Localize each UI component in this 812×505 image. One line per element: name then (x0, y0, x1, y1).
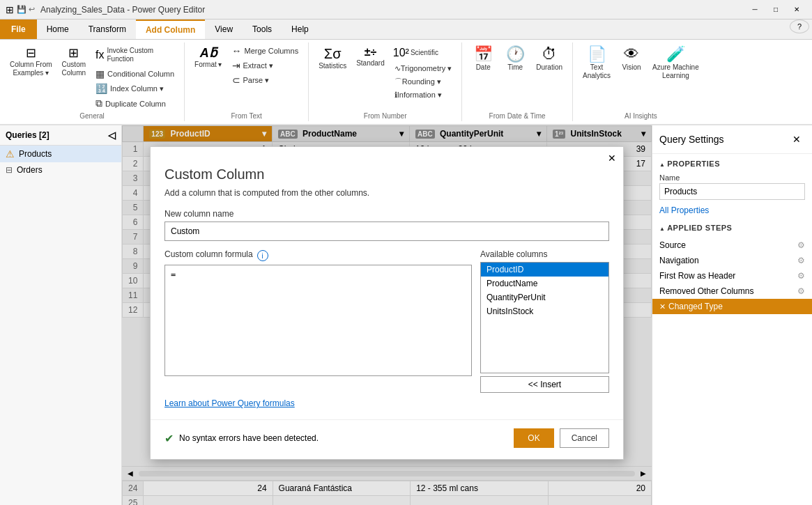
azure-ml-button[interactable]: 🧪 Azure MachineLearning (648, 44, 703, 83)
date-button[interactable]: 📅 Date (468, 44, 498, 75)
general-group-label: General (79, 111, 105, 120)
all-properties-link[interactable]: All Properties (652, 203, 812, 218)
column-from-examples-button[interactable]: ⊟ Column FromExamples ▾ (6, 44, 56, 80)
standard-button[interactable]: ±÷ Standard (352, 44, 389, 70)
ribbon-group-from-date-time: 📅 Date 🕐 Time ⏱ Duration From Date & Tim… (462, 42, 573, 121)
sidebar-header: Queries [2] ◁ (0, 125, 121, 146)
step-first-row-as-header[interactable]: First Row as Header ⚙ (652, 268, 812, 283)
navigation-gear-icon[interactable]: ⚙ (797, 256, 805, 265)
content-area: 123 ProductID ▾ ABC ProductName ▾ ABC Qu… (122, 125, 652, 505)
scientific-button[interactable]: 10² Scientific (390, 44, 456, 62)
merge-icon: ↔ (232, 45, 242, 56)
modal-close-button[interactable]: ✕ (604, 150, 620, 166)
query-settings-header: Query Settings ✕ (652, 125, 812, 154)
text-analytics-button[interactable]: 📄 TextAnalytics (579, 44, 615, 83)
title-bar: ⊞ 💾 ↩ Analyzing_Sales_Data - Power Query… (0, 0, 812, 20)
parse-button[interactable]: ⊂ Parse ▾ (228, 73, 303, 87)
rounding-button[interactable]: ⌒ Rounding ▾ (390, 75, 456, 88)
sidebar-item-orders[interactable]: ⊟ Orders (0, 162, 121, 178)
save-icon: 💾 ↩ (17, 5, 35, 14)
help-button[interactable]: ? (790, 20, 809, 33)
formula-area-left: Custom column formula i = (164, 249, 472, 393)
trig-icon: ∿ (394, 64, 401, 73)
close-button[interactable]: ✕ (787, 3, 806, 17)
custom-column-button[interactable]: ⊞ CustomColumn (58, 44, 90, 80)
properties-section-label: PROPERTIES (652, 154, 812, 173)
changed-type-x-icon[interactable]: ✕ (659, 302, 666, 311)
ai-insights-group-label: AI Insights (625, 111, 657, 120)
source-gear-icon[interactable]: ⚙ (797, 240, 805, 250)
conditional-column-button[interactable]: ▦ Conditional Column (91, 67, 178, 81)
first-row-gear-icon[interactable]: ⚙ (797, 271, 805, 281)
applied-steps-list: Source ⚙ Navigation ⚙ First Row as Heade… (652, 238, 812, 314)
modal-footer: ✔ No syntax errors have been detected. O… (151, 419, 623, 459)
ribbon-group-ai-content: 📄 TextAnalytics 👁 Vision 🧪 Azure Machine… (579, 44, 703, 111)
trigonometry-button[interactable]: ∿ Trigonometry ▾ (390, 63, 456, 75)
step-source[interactable]: Source ⚙ (652, 238, 812, 253)
time-label: Time (507, 63, 523, 72)
date-label: Date (476, 63, 491, 72)
invoke-custom-function-button[interactable]: fx Invoke CustomFunction (91, 44, 178, 66)
step-removed-other-columns[interactable]: Removed Other Columns ⚙ (652, 283, 812, 299)
tab-help[interactable]: Help (282, 20, 319, 39)
modal-header: ✕ (151, 147, 623, 166)
scientific-label: Scientific (411, 49, 438, 57)
time-icon: 🕐 (506, 47, 525, 62)
learn-link[interactable]: Learn about Power Query formulas (164, 398, 609, 408)
syntax-ok-text: No syntax errors have been detected. (179, 433, 319, 443)
query-settings-close[interactable]: ✕ (788, 131, 805, 148)
tab-home[interactable]: Home (37, 20, 79, 39)
minimize-button[interactable]: ─ (745, 3, 765, 17)
title-bar-controls: ─ □ ✕ (745, 3, 806, 17)
vision-button[interactable]: 👁 Vision (616, 44, 647, 75)
tab-file[interactable]: File (0, 20, 37, 39)
main-layout: Queries [2] ◁ ⚠ Products ⊟ Orders 123 Pr… (0, 125, 812, 505)
available-columns-section: Available columns ProductID ProductName … (480, 249, 609, 393)
formula-textarea[interactable]: = (164, 265, 472, 376)
available-col-product-name[interactable]: ProductName (481, 277, 608, 290)
statistics-button[interactable]: Σσ Statistics (314, 44, 351, 73)
index-column-button[interactable]: 🔢 Index Column ▾ (91, 81, 178, 95)
time-button[interactable]: 🕐 Time (500, 44, 530, 75)
custom-col-icon: ⊞ (68, 47, 79, 59)
format-button[interactable]: Aƃ Format ▾ (190, 44, 226, 72)
tab-transform[interactable]: Transform (79, 20, 136, 39)
duplicate-column-button[interactable]: ⧉ Duplicate Column (91, 96, 178, 111)
duration-button[interactable]: ⏱ Duration (532, 44, 567, 75)
parse-icon: ⊂ (232, 75, 240, 86)
available-cols-list[interactable]: ProductID ProductName QuantityPerUnit Un… (480, 262, 609, 373)
sidebar-item-products[interactable]: ⚠ Products (0, 146, 121, 162)
formula-info-icon[interactable]: i (257, 250, 268, 261)
available-col-qty-per-unit[interactable]: QuantityPerUnit (481, 290, 608, 304)
azure-ml-icon: 🧪 (666, 47, 685, 62)
maximize-button[interactable]: □ (766, 3, 786, 17)
removed-cols-gear-icon[interactable]: ⚙ (797, 286, 805, 296)
step-navigation[interactable]: Navigation ⚙ (652, 253, 812, 268)
extract-button[interactable]: ⇥ Extract ▾ (228, 59, 303, 72)
app-icon: ⊞ (6, 4, 14, 15)
information-button[interactable]: ℹ Information ▾ (390, 89, 456, 101)
text-analytics-icon: 📄 (588, 47, 606, 62)
tab-tools[interactable]: Tools (243, 20, 282, 39)
statistics-label: Statistics (319, 62, 346, 70)
tab-view[interactable]: View (205, 20, 243, 39)
cancel-button[interactable]: Cancel (560, 428, 609, 448)
sidebar-collapse-icon[interactable]: ◁ (108, 130, 116, 141)
step-changed-type[interactable]: ✕ Changed Type (652, 299, 812, 314)
tab-add-column[interactable]: Add Column (136, 20, 205, 39)
available-col-product-id[interactable]: ProductID (481, 263, 608, 277)
warning-icon: ⚠ (6, 148, 15, 160)
column-examples-label: Column FromExamples ▾ (10, 61, 52, 77)
insert-button[interactable]: << Insert (480, 376, 609, 393)
query-name-input[interactable] (659, 183, 805, 200)
available-col-units-in-stock[interactable]: UnitsInStock (481, 304, 608, 318)
ok-button[interactable]: OK (514, 428, 553, 448)
ribbon-group-general-content: ⊟ Column FromExamples ▾ ⊞ CustomColumn f… (6, 44, 178, 111)
modal-subtitle: Add a column that is computed from the o… (151, 188, 623, 209)
ribbon-toolbar: ⊟ Column FromExamples ▾ ⊞ CustomColumn f… (0, 40, 812, 125)
ribbon-col-text-right: ↔ Merge Columns ⇥ Extract ▾ ⊂ Parse ▾ (228, 44, 303, 87)
new-col-name-input[interactable] (164, 222, 609, 241)
merge-columns-button[interactable]: ↔ Merge Columns (228, 44, 303, 58)
applied-steps-section-label: APPLIED STEPS (652, 218, 812, 238)
query-settings-panel: Query Settings ✕ PROPERTIES Name All Pro… (652, 125, 812, 505)
